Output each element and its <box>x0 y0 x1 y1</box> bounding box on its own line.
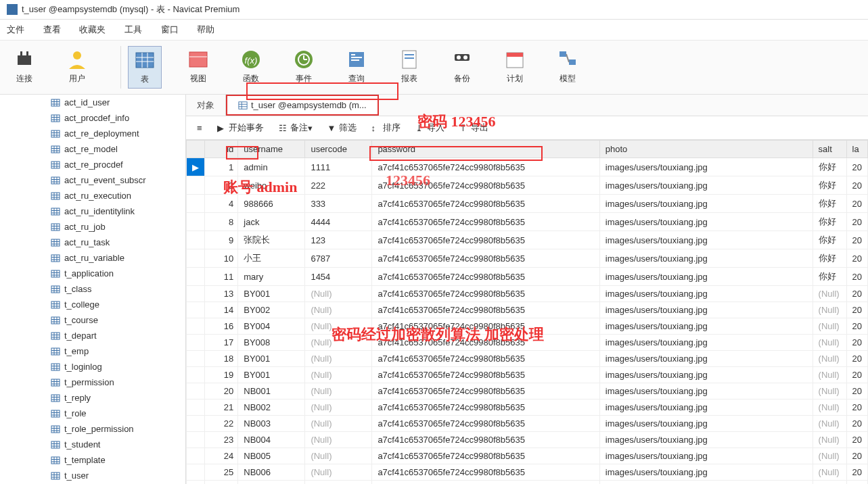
cell[interactable]: 19 <box>205 367 238 383</box>
cell[interactable]: NB004 <box>238 432 305 448</box>
start-transaction-button[interactable]: ▶开始事务 <box>213 120 268 135</box>
cell[interactable]: 20 <box>846 448 867 464</box>
table-row[interactable]: 13BY001(Null)a7cf41c6537065fe724cc9980f8… <box>187 286 868 302</box>
cell[interactable]: 你好 <box>813 249 846 268</box>
cell[interactable]: (Null) <box>813 302 846 318</box>
cell[interactable]: a7cf41c6537065fe724cc9980f8b5635 <box>372 231 599 249</box>
cell[interactable]: 20 <box>846 249 867 268</box>
sidebar-item-act-ru-execution[interactable]: act_ru_execution <box>0 188 185 203</box>
cell[interactable]: 8 <box>205 213 238 231</box>
sidebar-item-act-re-procdef[interactable]: act_re_procdef <box>0 157 185 172</box>
sidebar-item-t-depart[interactable]: t_depart <box>0 328 185 343</box>
table-row[interactable]: 21NB002(Null)a7cf41c6537065fe724cc9980f8… <box>187 400 868 416</box>
table-row[interactable]: 2weibo222a7cf41c6537065fe724cc9980f8b563… <box>187 176 868 195</box>
cell[interactable]: 988666 <box>238 195 305 213</box>
sidebar-item-t-user[interactable]: t_user <box>0 468 185 483</box>
sidebar-item-t-application[interactable]: t_application <box>0 266 185 281</box>
cell[interactable]: 20 <box>846 464 867 481</box>
cell[interactable]: images/users/touxiang.jpg <box>599 318 813 335</box>
cell[interactable]: 20 <box>846 231 867 249</box>
menu-file[interactable]: 文件 <box>7 24 24 34</box>
cell[interactable]: 13 <box>205 286 238 302</box>
toolbar-table-button[interactable]: 表 <box>128 46 162 89</box>
cell[interactable]: (Null) <box>305 351 372 367</box>
cell[interactable]: 20 <box>846 432 867 448</box>
sidebar-item-t-permission[interactable]: t_permission <box>0 374 185 390</box>
cell[interactable]: NB007 <box>238 481 305 485</box>
cell[interactable]: 你好 <box>813 231 846 249</box>
table-row[interactable]: 20NB001(Null)a7cf41c6537065fe724cc9980f8… <box>187 383 868 400</box>
cell[interactable]: jack <box>238 213 305 231</box>
cell[interactable]: (Null) <box>813 432 846 448</box>
cell[interactable]: (Null) <box>813 286 846 302</box>
import-button[interactable]: ⤓导入 <box>411 120 449 135</box>
data-grid[interactable]: id username usercode password photo salt… <box>186 140 868 484</box>
cell[interactable]: (Null) <box>305 286 372 302</box>
cell[interactable]: 10 <box>205 249 238 268</box>
cell[interactable]: 222 <box>305 176 372 195</box>
cell[interactable]: 16 <box>205 318 238 335</box>
sidebar-item-t-reply[interactable]: t_reply <box>0 390 185 406</box>
cell[interactable]: 20 <box>846 158 867 176</box>
cell[interactable]: images/users/touxiang.jpg <box>599 351 813 367</box>
cell[interactable]: 你好 <box>813 268 846 286</box>
table-row[interactable]: 23NB004(Null)a7cf41c6537065fe724cc9980f8… <box>187 432 868 448</box>
cell[interactable]: 6787 <box>305 249 372 268</box>
col-username[interactable]: username <box>238 141 305 158</box>
tab-object[interactable]: 对象 <box>186 95 226 116</box>
cell[interactable]: 20 <box>846 481 867 485</box>
cell[interactable]: 20 <box>846 268 867 286</box>
cell[interactable]: (Null) <box>813 367 846 383</box>
cell[interactable]: 9 <box>205 231 238 249</box>
table-row[interactable]: 17BY008(Null)a7cf41c6537065fe724cc9980f8… <box>187 335 868 351</box>
sidebar-item-t-class[interactable]: t_class <box>0 281 185 297</box>
table-row[interactable]: 24NB005(Null)a7cf41c6537065fe724cc9980f8… <box>187 448 868 464</box>
cell[interactable]: 18 <box>205 351 238 367</box>
sidebar-item-act-ru-variable[interactable]: act_ru_variable <box>0 250 185 266</box>
cell[interactable]: 你好 <box>813 213 846 231</box>
cell[interactable]: 20 <box>846 318 867 335</box>
sidebar-item-t-role-permission[interactable]: t_role_permission <box>0 421 185 437</box>
table-row[interactable]: 10小王6787a7cf41c6537065fe724cc9980f8b5635… <box>187 249 868 268</box>
cell[interactable]: (Null) <box>305 302 372 318</box>
sidebar[interactable]: act_id_useract_procdef_infoact_re_deploy… <box>0 95 186 484</box>
cell[interactable]: 20 <box>846 335 867 351</box>
cell[interactable]: a7cf41c6537065fe724cc9980f8b5635 <box>372 335 599 351</box>
cell[interactable]: (Null) <box>813 335 846 351</box>
sidebar-item-act-ru-event-subscr[interactable]: act_ru_event_subscr <box>0 172 185 188</box>
menu-icon[interactable]: ≡ <box>193 122 206 135</box>
cell[interactable]: images/users/touxiang.jpg <box>599 213 813 231</box>
toolbar-event-button[interactable]: 事件 <box>288 46 320 89</box>
sidebar-item-t-template[interactable]: t_template <box>0 452 185 468</box>
cell[interactable]: 你好 <box>813 176 846 195</box>
cell[interactable]: a7cf41c6537065fe724cc9980f8b5635 <box>372 367 599 383</box>
cell[interactable]: 17 <box>205 335 238 351</box>
cell[interactable]: a7cf41c6537065fe724cc9980f8b5635 <box>372 213 599 231</box>
sidebar-item-act-ru-task[interactable]: act_ru_task <box>0 235 185 250</box>
cell[interactable]: (Null) <box>305 367 372 383</box>
cell[interactable]: images/users/touxiang.jpg <box>599 268 813 286</box>
filter-button[interactable]: ▼筛选 <box>323 120 361 135</box>
col-photo[interactable]: photo <box>599 141 813 158</box>
cell[interactable]: 20 <box>846 213 867 231</box>
cell[interactable]: BY002 <box>238 302 305 318</box>
toolbar-query-button[interactable]: 查询 <box>340 46 373 89</box>
cell[interactable]: (Null) <box>305 318 372 335</box>
cell[interactable]: a7cf41c6537065fe724cc9980f8b5635 <box>372 383 599 400</box>
toolbar-schedule-button[interactable]: 计划 <box>499 46 531 89</box>
cell[interactable]: 20 <box>846 400 867 416</box>
cell[interactable]: a7cf41c6537065fe724cc9980f8b5635 <box>372 195 599 213</box>
cell[interactable]: images/users/touxiang.jpg <box>599 481 813 485</box>
cell[interactable]: (Null) <box>813 416 846 432</box>
cell[interactable]: 21 <box>205 400 238 416</box>
sidebar-item-act-ru-job[interactable]: act_ru_job <box>0 219 185 235</box>
table-row[interactable]: 18BY001(Null)a7cf41c6537065fe724cc9980f8… <box>187 351 868 367</box>
cell[interactable]: images/users/touxiang.jpg <box>599 231 813 249</box>
sidebar-item-t-student[interactable]: t_student <box>0 437 185 452</box>
cell[interactable]: (Null) <box>813 400 846 416</box>
cell[interactable]: 1 <box>205 158 238 176</box>
toolbar-plug-button[interactable]: 连接 <box>8 46 41 89</box>
cell[interactable]: (Null) <box>305 383 372 400</box>
sidebar-item-act-ru-identitylink[interactable]: act_ru_identitylink <box>0 203 185 219</box>
cell[interactable]: a7cf41c6537065fe724cc9980f8b5635 <box>372 416 599 432</box>
